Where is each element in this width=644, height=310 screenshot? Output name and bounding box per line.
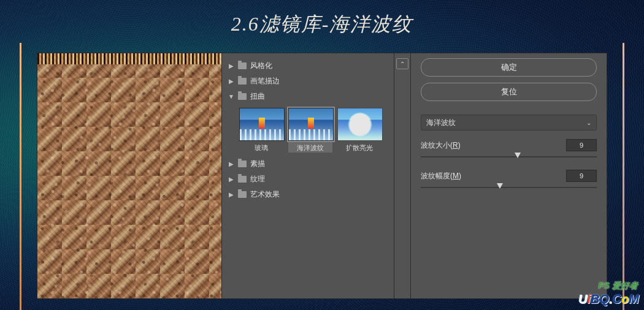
filter-dropdown[interactable]: 海洋波纹 ⌄: [421, 115, 597, 130]
preview-pane: [37, 53, 222, 298]
thumb-diffuse-glow[interactable]: 扩散亮光: [337, 108, 381, 153]
slider-thumb[interactable]: [515, 153, 521, 158]
thumb-ocean-ripple[interactable]: 海洋波纹: [288, 108, 332, 153]
folder-icon: [238, 62, 247, 69]
param-ripple-magnitude: 波纹幅度(M) 9: [421, 170, 597, 192]
folder-icon: [238, 78, 247, 85]
chevron-right-icon: ▶: [228, 62, 234, 69]
chevron-right-icon: ▶: [228, 191, 234, 198]
thumb-image: [337, 108, 383, 141]
folder-icon: [238, 161, 247, 167]
ripple-size-input[interactable]: 9: [566, 139, 597, 151]
category-brush-strokes[interactable]: ▶ 画笔描边: [222, 74, 394, 89]
distort-thumbnails: 玻璃 海洋波纹 扩散亮光: [222, 104, 394, 156]
settings-pane: 确定 复位 海洋波纹 ⌄ 波纹大小(R) 9 波纹幅度(M): [411, 53, 607, 298]
ripple-magnitude-input[interactable]: 9: [566, 170, 597, 182]
page-title: 2.6滤镜库-海洋波纹: [0, 11, 644, 38]
filter-gallery-dialog: ▶ 风格化 ▶ 画笔描边 ▼ 扭曲 玻璃 海洋波纹 扩散亮光: [37, 53, 607, 299]
category-artistic[interactable]: ▶ 艺术效果: [222, 187, 394, 202]
category-stylize[interactable]: ▶ 风格化: [222, 58, 394, 74]
dropdown-value: 海洋波纹: [426, 118, 456, 128]
chevron-right-icon: ▶: [228, 161, 234, 167]
category-label: 艺术效果: [250, 189, 280, 200]
reset-button[interactable]: 复位: [421, 83, 597, 101]
collapse-column: ⌃: [394, 53, 411, 298]
chevron-right-icon: ▶: [228, 78, 234, 85]
chevron-down-icon: ⌄: [586, 119, 591, 126]
watermark-small: PS 爱好者: [598, 281, 638, 292]
category-texture[interactable]: ▶ 纹理: [222, 172, 394, 187]
ok-button[interactable]: 确定: [421, 58, 597, 77]
thumb-label: 扩散亮光: [337, 143, 381, 153]
thumb-label: 海洋波纹: [288, 143, 332, 153]
category-label: 素描: [250, 159, 265, 169]
slider-thumb[interactable]: [497, 183, 503, 189]
watermark-uibq: UiBQ.CoM: [578, 292, 639, 306]
double-chevron-up-icon: ⌃: [400, 61, 405, 67]
ripple-size-slider[interactable]: [421, 153, 597, 161]
param-label: 波纹幅度(M): [421, 171, 461, 181]
preview-image[interactable]: [37, 53, 221, 298]
folder-icon: [238, 93, 247, 100]
category-label: 纹理: [250, 174, 265, 184]
folder-icon: [238, 191, 247, 198]
collapse-button[interactable]: ⌃: [396, 58, 408, 69]
thumb-image: [239, 108, 285, 141]
category-label: 画笔描边: [250, 76, 280, 86]
param-ripple-size: 波纹大小(R) 9: [421, 139, 597, 161]
folder-icon: [238, 176, 247, 183]
ripple-magnitude-slider[interactable]: [421, 183, 597, 192]
filter-tree: ▶ 风格化 ▶ 画笔描边 ▼ 扭曲 玻璃 海洋波纹 扩散亮光: [222, 53, 394, 298]
thumb-label: 玻璃: [239, 143, 283, 153]
category-sketch[interactable]: ▶ 素描: [222, 156, 394, 172]
chevron-down-icon: ▼: [228, 93, 234, 100]
chevron-right-icon: ▶: [228, 176, 234, 183]
category-label: 风格化: [250, 61, 272, 71]
category-distort[interactable]: ▼ 扭曲: [222, 89, 394, 104]
category-label: 扭曲: [250, 91, 265, 102]
thumb-glass[interactable]: 玻璃: [239, 108, 283, 153]
thumb-image: [288, 108, 334, 141]
param-label: 波纹大小(R): [421, 140, 461, 151]
